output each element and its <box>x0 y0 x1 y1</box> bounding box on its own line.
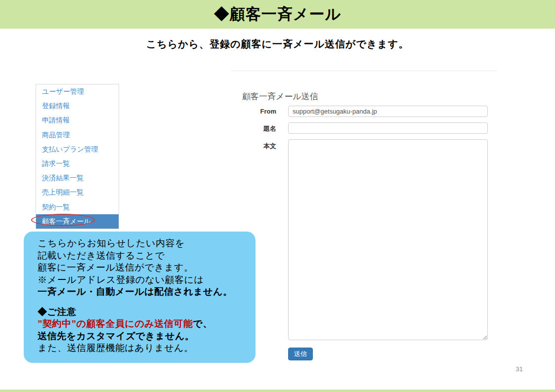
sidebar-item-billing-list[interactable]: 請求一覧 <box>36 157 119 171</box>
callout-last-line: また、送信履歴機能はありません。 <box>38 342 251 354</box>
body-label: 本文 <box>232 142 276 151</box>
body-textarea[interactable] <box>288 139 488 340</box>
subject-input[interactable] <box>288 122 488 134</box>
sidebar-item-sales-detail-list[interactable]: 売上明細一覧 <box>36 185 119 199</box>
slide-root: ◆顧客一斉メール こちらから、登録の顧客に一斉メール送信ができます。 ユーザー管… <box>0 0 555 392</box>
from-label: From <box>232 108 276 115</box>
callout-line: こちらからお知らせしたい内容を <box>38 237 251 250</box>
callout-bold-line: 送信先をカスタマイズできません。 <box>38 330 251 343</box>
sidebar-item-contract-list[interactable]: 契約一覧 <box>36 200 119 214</box>
callout-red-suffix: で、 <box>193 318 212 329</box>
callout-line: ※メールアドレス登録のない顧客には <box>38 274 251 286</box>
sidebar-item-application-info[interactable]: 申請情報 <box>36 113 119 127</box>
sidebar-item-customer-bulk-mail[interactable]: 顧客一斉メール <box>36 214 119 229</box>
sidebar-item-product-management[interactable]: 商品管理 <box>36 128 119 142</box>
callout-note: こちらからお知らせしたい内容を 記載いただき送信することで 顧客に一斉メール送信… <box>24 232 256 363</box>
callout-notice-red-line: ”契約中”の顧客全員にのみ送信可能で、 <box>38 318 251 330</box>
sidebar-item-registration-info[interactable]: 登録情報 <box>36 99 119 113</box>
callout-notice-title: ◆ご注意 <box>38 306 251 318</box>
sidebar-item-payment-plan-management[interactable]: 支払いプラン管理 <box>36 142 119 157</box>
send-button[interactable]: 送信 <box>288 348 313 360</box>
sidebar-menu: ユーザー管理 登録情報 申請情報 商品管理 支払いプラン管理 請求一覧 決済結果… <box>36 84 119 229</box>
content-divider <box>231 71 497 71</box>
from-input[interactable] <box>288 106 488 117</box>
callout-line-bold: 一斉メール・自動メールは配信されません。 <box>38 286 251 298</box>
callout-red-text: ”契約中”の顧客全員にのみ送信可能 <box>38 318 193 329</box>
title-banner: ◆顧客一斉メール <box>0 0 555 29</box>
sidebar-item-payment-result-list[interactable]: 決済結果一覧 <box>36 171 119 185</box>
bottom-green-bar <box>0 390 555 392</box>
callout-line: 顧客に一斉メール送信ができます。 <box>38 262 251 274</box>
slide-subtitle: こちらから、登録の顧客に一斉メール送信ができます。 <box>0 38 555 51</box>
subject-label: 題名 <box>232 124 276 133</box>
sidebar-item-user-management[interactable]: ユーザー管理 <box>36 84 119 99</box>
form-heading: 顧客一斉メール送信 <box>242 91 318 102</box>
page-number: 31 <box>503 365 523 373</box>
page-title: ◆顧客一斉メール <box>214 4 341 25</box>
callout-line: 記載いただき送信することで <box>38 250 251 262</box>
